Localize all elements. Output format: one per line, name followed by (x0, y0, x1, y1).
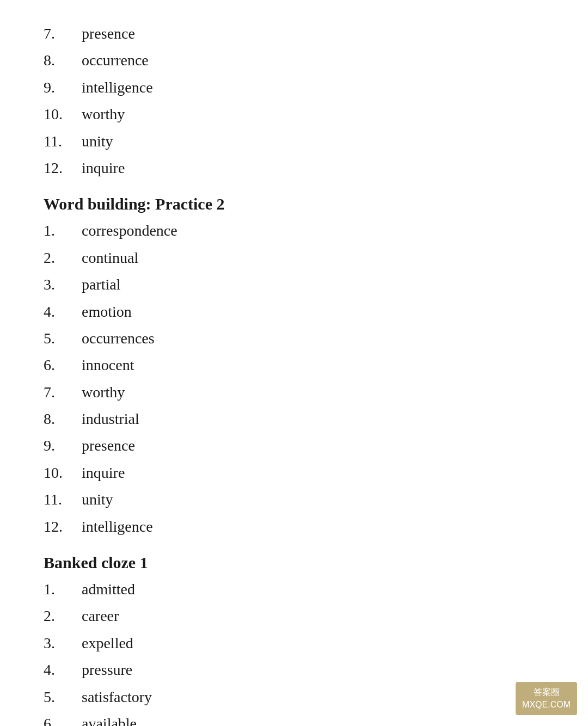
list-item: 9.presence (44, 434, 544, 457)
list-text: worthy (82, 380, 125, 404)
list-item: 6.innocent (44, 353, 544, 377)
list-text: industrial (82, 407, 139, 430)
list-text: unity (82, 488, 113, 511)
list-text: available (82, 712, 137, 726)
list-text: inquire (82, 461, 125, 484)
list-number: 7. (44, 22, 82, 45)
list-item: 10.inquire (44, 461, 544, 484)
list-text: unity (82, 130, 113, 153)
list-text: occurrence (82, 48, 149, 72)
list-number: 8. (44, 407, 82, 430)
list-number: 12. (44, 515, 82, 538)
watermark-line1: 答案圈 (522, 686, 571, 698)
list-item: 12.intelligence (44, 515, 544, 538)
list-text: intelligence (82, 515, 153, 538)
list-text: emotion (82, 300, 132, 323)
list-text: continual (82, 246, 138, 269)
list-number: 12. (44, 156, 82, 180)
list-number: 4. (44, 658, 82, 681)
list-item: 2.career (44, 604, 544, 627)
list-number: 9. (44, 76, 82, 99)
list-number: 10. (44, 102, 82, 126)
list-text: correspondence (82, 219, 177, 242)
list-item: 11.unity (44, 130, 544, 153)
list-number: 11. (44, 130, 82, 153)
page-content: 7.presence8.occurrence9.intelligence10.w… (44, 22, 544, 726)
list-item: 5.satisfactory (44, 685, 544, 709)
list-text: innocent (82, 353, 134, 377)
list-number: 5. (44, 685, 82, 709)
list-text: occurrences (82, 327, 155, 350)
list-item: 9.intelligence (44, 76, 544, 99)
list-text: admitted (82, 577, 135, 601)
list-text: partial (82, 273, 121, 296)
list-number: 1. (44, 219, 82, 242)
list-item: 12.inquire (44, 156, 544, 180)
watermark-line2: MXQE.COM (522, 699, 571, 711)
list-text: satisfactory (82, 685, 152, 709)
list-number: 11. (44, 488, 82, 511)
watermark: 答案圈 MXQE.COM (516, 682, 577, 715)
list-text: inquire (82, 156, 125, 180)
list-text: expelled (82, 631, 133, 655)
list-item: 4.pressure (44, 658, 544, 681)
list-item: 3.expelled (44, 631, 544, 655)
list-number: 9. (44, 434, 82, 457)
list-number: 7. (44, 380, 82, 404)
list-number: 6. (44, 353, 82, 377)
list-number: 3. (44, 273, 82, 296)
list-item: 3.partial (44, 273, 544, 296)
list-item: 11.unity (44, 488, 544, 511)
section-heading-banked-cloze: Banked cloze 1 (44, 553, 544, 572)
list-item: 7.worthy (44, 380, 544, 404)
list-number: 1. (44, 577, 82, 601)
list-item: 5.occurrences (44, 327, 544, 350)
list-text: presence (82, 22, 135, 45)
section-heading-word-building: Word building: Practice 2 (44, 195, 544, 213)
list-text: pressure (82, 658, 132, 681)
list-item: 6.available (44, 712, 544, 726)
list-number: 2. (44, 604, 82, 627)
list-text: worthy (82, 102, 125, 126)
list-item: 10.worthy (44, 102, 544, 126)
list-item: 1.admitted (44, 577, 544, 601)
list-item: 7.presence (44, 22, 544, 45)
list-number: 10. (44, 461, 82, 484)
list-text: intelligence (82, 76, 153, 99)
list-number: 4. (44, 300, 82, 323)
list-item: 4.emotion (44, 300, 544, 323)
list-item: 1.correspondence (44, 219, 544, 242)
list-number: 3. (44, 631, 82, 655)
list-number: 8. (44, 48, 82, 72)
list-number: 6. (44, 712, 82, 726)
list-text: career (82, 604, 119, 627)
list-text: presence (82, 434, 135, 457)
list-item: 2.continual (44, 246, 544, 269)
list-number: 5. (44, 327, 82, 350)
list-number: 2. (44, 246, 82, 269)
list-item: 8.occurrence (44, 48, 544, 72)
list-item: 8.industrial (44, 407, 544, 430)
